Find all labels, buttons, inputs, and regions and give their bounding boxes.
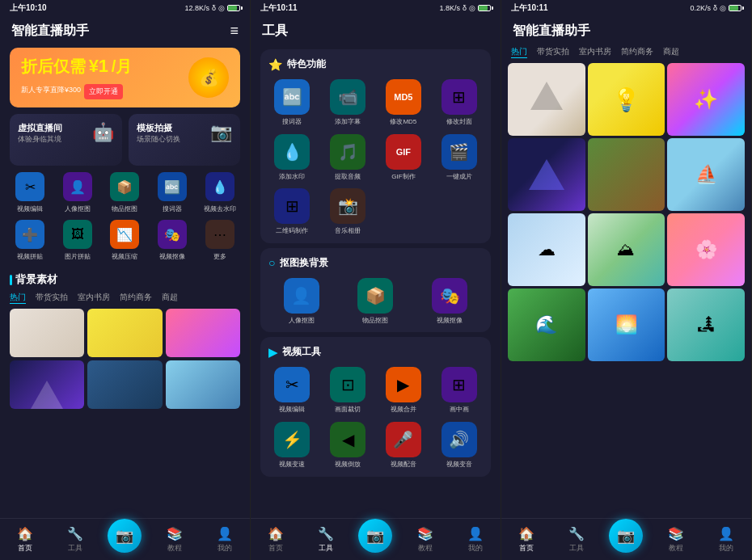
tab-live[interactable]: 带货实拍 [36, 292, 68, 304]
gallery-tab-hot[interactable]: 热门 [511, 46, 527, 58]
profile-nav-icon-3: 👤 [718, 526, 734, 541]
tutorial-nav-icon-1: 📚 [167, 526, 183, 541]
gallery-item-1[interactable] [508, 63, 585, 136]
feature-sub-2: 场景随心切换 [137, 134, 180, 145]
feature-card-template[interactable]: 模板拍摄 场景随心切换 📷 [129, 114, 241, 166]
tool-compress[interactable]: 📉 视频压缩 [104, 220, 146, 261]
feature-card-virtual[interactable]: 虚拟直播间 体验身临其境 🤖 [10, 114, 122, 166]
feature-title-2: 模板拍摄 [137, 122, 180, 134]
profile-nav-icon-2: 👤 [467, 526, 484, 541]
tool-watermark[interactable]: 💧 视频去水印 [199, 172, 240, 213]
tool-object[interactable]: 📦 物品抠图 [104, 172, 146, 213]
tool-reverse[interactable]: ◀ 视频倒放 [324, 422, 372, 469]
tool-portrait[interactable]: 👤 人像抠图 [57, 172, 99, 213]
tool-cover[interactable]: ⊞ 修改封面 [435, 79, 483, 126]
tools-content: 工具 ⭐ 特色功能 🔤 搜词器 📹 添加字幕 MD5 修改MD5 [251, 16, 501, 518]
tool-more[interactable]: ⋯ 更多 [199, 220, 240, 261]
gallery-item-8[interactable]: ⛰ [588, 213, 665, 286]
gallery-tab-store[interactable]: 商超 [663, 46, 679, 58]
gallery-item-2[interactable]: 💡 [588, 63, 665, 136]
battery-icon [227, 5, 240, 11]
bg-thumb-1[interactable] [10, 309, 84, 357]
tool-merge[interactable]: ▶ 视频合并 [380, 367, 428, 414]
nav-camera-3[interactable]: 📷 [602, 527, 652, 553]
tab-store[interactable]: 商超 [162, 292, 178, 304]
tool-portrait-crop[interactable]: 👤 人像抠图 [268, 278, 335, 325]
gallery-item-12[interactable]: 🏞 [667, 288, 745, 361]
nav-home-3[interactable]: 🏠 首页 [501, 526, 551, 554]
tools-nav-icon-3: 🔧 [568, 526, 585, 541]
nav-tutorial-label-2: 教程 [418, 543, 433, 554]
nav-home-label-3: 首页 [519, 543, 534, 554]
nav-profile-2[interactable]: 👤 我的 [450, 526, 501, 554]
nav-profile-1[interactable]: 👤 我的 [200, 526, 250, 554]
gallery-tab-room[interactable]: 室内书房 [579, 46, 611, 58]
video-tools-section: ▶ 视频工具 ✂ 视频编辑 ⊡ 画面裁切 ▶ 视频合并 ⊞ 画中画 [260, 337, 491, 476]
gallery-tab-business[interactable]: 简约商务 [621, 46, 653, 58]
nav-camera-1[interactable]: 📷 [100, 527, 150, 553]
bg-thumb-2[interactable] [87, 309, 162, 357]
phone-gallery: 上午10:11 0.2K/s δ ◎ 智能直播助手 热门 带货实拍 室内书房 简… [501, 0, 752, 560]
bg-thumb-5[interactable] [87, 360, 162, 409]
camera-button-3[interactable]: 📷 [609, 519, 643, 553]
tool-qrcode[interactable]: ⊞ 二维码制作 [268, 188, 316, 235]
nav-tools-2[interactable]: 🔧 工具 [301, 526, 351, 554]
battery-icon-3 [729, 5, 741, 11]
tool-dubbing[interactable]: 🎤 视频配音 [380, 422, 428, 469]
gallery-tab-live[interactable]: 带货实拍 [537, 46, 569, 58]
tool-search[interactable]: 🔤 搜词器 [152, 172, 193, 213]
tool-speed[interactable]: ⚡ 视频变速 [268, 422, 316, 469]
tab-hot[interactable]: 热门 [10, 292, 26, 304]
nav-home-2[interactable]: 🏠 首页 [251, 526, 301, 554]
camera-button-1[interactable]: 📷 [108, 519, 142, 553]
tool-object-crop[interactable]: 📦 物品抠图 [343, 278, 409, 325]
tool-collage-video[interactable]: ➕ 视频拼贴 [10, 220, 51, 261]
tool-crop-frame[interactable]: ⊡ 画面裁切 [324, 367, 372, 414]
tool-music-album[interactable]: 📸 音乐相册 [324, 188, 372, 235]
camera-button-2[interactable]: 📷 [358, 519, 392, 553]
bg-thumb-6[interactable] [166, 360, 240, 409]
bottom-nav-3: 🏠 首页 🔧 工具 📷 📚 教程 👤 我的 [501, 518, 751, 560]
nav-home-1[interactable]: 🏠 首页 [0, 526, 50, 554]
nav-tutorial-3[interactable]: 📚 教程 [651, 526, 701, 554]
tool-gif[interactable]: GIF GIF制作 [380, 134, 428, 181]
tool-subtitle[interactable]: 📹 添加字幕 [324, 79, 372, 126]
tool-voice-change[interactable]: 🔊 视频变音 [435, 422, 483, 469]
tool-one-click[interactable]: 🎬 一键成片 [435, 134, 483, 181]
tool-watermark-add[interactable]: 💧 添加水印 [268, 134, 316, 181]
menu-icon[interactable]: ≡ [230, 23, 239, 40]
nav-tools-label-1: 工具 [68, 543, 82, 554]
gallery-item-9[interactable]: 🌸 [667, 213, 745, 286]
promo-banner[interactable]: 折后仅需 ¥1 /月 新人专享直降¥300 立即开通 💰 [10, 48, 240, 107]
tool-video-crop[interactable]: 🎭 视频抠像 [416, 278, 483, 325]
nav-tools-3[interactable]: 🔧 工具 [551, 526, 602, 554]
tool-audio-extract[interactable]: 🎵 提取音频 [324, 134, 372, 181]
nav-tutorial-1[interactable]: 📚 教程 [150, 526, 200, 554]
tool-video-portrait[interactable]: 🎭 视频抠像 [152, 220, 193, 261]
tool-video-edit[interactable]: ✂ 视频编辑 [10, 172, 51, 213]
nav-camera-2[interactable]: 📷 [351, 527, 401, 553]
gallery-item-6[interactable]: ⛵ [667, 138, 745, 211]
tool-pip[interactable]: ⊞ 画中画 [435, 367, 483, 414]
gallery-item-7[interactable]: ☁ [508, 213, 585, 286]
bg-thumb-4[interactable] [10, 360, 84, 409]
nav-tools-1[interactable]: 🔧 工具 [50, 526, 100, 554]
gallery-item-3[interactable]: ✨ [667, 63, 745, 136]
promo-button[interactable]: 立即开通 [84, 84, 123, 99]
tab-business[interactable]: 简约商务 [120, 292, 152, 304]
gallery-item-10[interactable]: 🌊 [508, 288, 585, 361]
wifi-icon: ◎ [218, 4, 225, 12]
tool-md5[interactable]: MD5 修改MD5 [380, 79, 428, 126]
gallery-item-4[interactable] [508, 138, 585, 211]
nav-tutorial-2[interactable]: 📚 教程 [400, 526, 450, 554]
tools-grid-home: ✂ 视频编辑 👤 人像抠图 📦 物品抠图 🔤 搜词器 💧 视频去水印 ➕ 视 [10, 172, 240, 261]
tool-search-words[interactable]: 🔤 搜词器 [268, 79, 316, 126]
bg-thumb-3[interactable] [166, 309, 240, 357]
gallery-item-11[interactable]: 🌅 [588, 288, 665, 361]
nav-profile-3[interactable]: 👤 我的 [701, 526, 751, 554]
tool-collage-photo[interactable]: 🖼 图片拼贴 [57, 220, 99, 261]
gallery-item-5[interactable] [588, 138, 665, 211]
tab-room[interactable]: 室内书房 [78, 292, 110, 304]
tool-video-edit-2[interactable]: ✂ 视频编辑 [268, 367, 316, 414]
tools-header: 工具 [251, 16, 501, 44]
